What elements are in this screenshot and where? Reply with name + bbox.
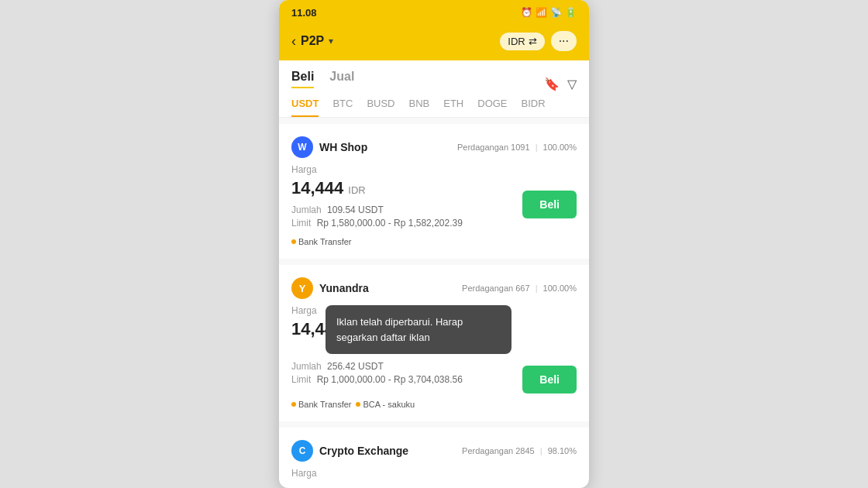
wifi-icon: 📶 <box>536 7 547 18</box>
listing-wh-shop: W WH Shop Perdagangan 1091 | 100.00% Har… <box>279 124 589 259</box>
trade-label-yn: Perdagangan 667 <box>462 284 529 293</box>
jumlah-yn: Jumlah 256.42 USDT <box>291 361 522 372</box>
more-button[interactable]: ··· <box>551 31 577 51</box>
trade-label-ce: Perdagangan 2845 <box>462 446 535 455</box>
jumlah-label-wh: Jumlah <box>291 204 322 215</box>
trade-percent-ce: 98.10% <box>548 446 577 455</box>
filter-icon[interactable]: ▽ <box>567 77 577 91</box>
seller-info-ce: C Crypto Exchange <box>291 440 408 462</box>
avatar-yn: Y <box>291 277 313 299</box>
alarm-icon: ⏰ <box>521 7 532 18</box>
beli-button-wh[interactable]: Beli <box>522 191 577 218</box>
listing-header-ce: C Crypto Exchange Perdagangan 2845 | 98.… <box>291 440 577 462</box>
harga-label-wh: Harga <box>291 164 577 175</box>
divider-ce: | <box>540 446 542 455</box>
status-time: 11.08 <box>291 7 317 19</box>
listings-content: W WH Shop Perdagangan 1091 | 100.00% Har… <box>279 118 589 479</box>
currency-label: IDR <box>508 36 525 47</box>
status-icons: ⏰ 📶 📡 🔋 <box>521 7 577 18</box>
limit-wh: Limit Rp 1,580,000.00 - Rp 1,582,202.39 <box>291 218 522 229</box>
p2p-label: P2P <box>301 34 324 48</box>
tag-dot-bca <box>356 402 360 407</box>
status-bar: 11.08 ⏰ 📶 📡 🔋 <box>279 0 589 25</box>
price-row-yn: 14,44 <box>291 319 522 339</box>
buy-sell-row: Beli Jual 🔖 ▽ <box>291 70 577 98</box>
payment-label-bca-yn: BCA - sakuku <box>363 400 415 409</box>
price-value-yn: 14,44 <box>291 319 334 339</box>
listing-header-wh: W WH Shop Perdagangan 1091 | 100.00% <box>291 136 577 158</box>
payment-bca-yn: BCA - sakuku <box>356 400 415 409</box>
divider: | <box>536 143 538 152</box>
harga-label-ce: Harga <box>291 468 577 479</box>
beli-button-yn[interactable]: Beli <box>522 366 577 393</box>
seller-stats-wh: Perdagangan 1091 | 100.00% <box>457 143 577 152</box>
jumlah-value-yn: 256.42 USDT <box>327 361 384 372</box>
payment-bank-transfer-wh: Bank Transfer <box>291 237 351 246</box>
avatar-ce: C <box>291 440 313 462</box>
listing-header-yn: Y Yunandra Perdagangan 667 | 100.00% <box>291 277 577 299</box>
header-left: ‹ P2P ▾ <box>291 33 333 50</box>
details-left-yn: 14,44 Iklan telah diperbarui. Harap sega… <box>291 319 522 387</box>
header-right: IDR ⇄ ··· <box>500 31 577 51</box>
divider-yn: | <box>536 284 538 293</box>
tab-usdt[interactable]: USDT <box>291 98 319 117</box>
limit-value-wh: Rp 1,580,000.00 - Rp 1,582,202.39 <box>317 218 463 229</box>
back-button[interactable]: ‹ <box>291 33 296 50</box>
payment-bank-transfer-yn: Bank Transfer <box>291 400 351 409</box>
limit-yn: Limit Rp 1,000,000.00 - Rp 3,704,038.56 <box>291 374 522 385</box>
swap-icon: ⇄ <box>529 36 537 47</box>
trade-percent-yn: 100.00% <box>543 284 577 293</box>
payment-label-wh: Bank Transfer <box>298 237 351 246</box>
tag-dot <box>291 239 296 244</box>
currency-selector[interactable]: IDR ⇄ <box>500 33 544 50</box>
chevron-down-icon[interactable]: ▾ <box>329 36 333 46</box>
tab-bidr[interactable]: BIDR <box>522 98 546 117</box>
jumlah-label-yn: Jumlah <box>291 361 322 372</box>
battery-icon: 🔋 <box>565 7 577 18</box>
jumlah-value-wh: 109.54 USDT <box>327 204 384 215</box>
listing-yunandra: Y Yunandra Perdagangan 667 | 100.00% Har… <box>279 265 589 421</box>
filter-icons: 🔖 ▽ <box>544 77 577 91</box>
seller-info-yn: Y Yunandra <box>291 277 369 299</box>
price-currency-wh: IDR <box>348 184 365 196</box>
limit-label-yn: Limit <box>291 374 311 385</box>
limit-value-yn: Rp 1,000,000.00 - Rp 3,704,038.56 <box>317 374 463 385</box>
tab-btc[interactable]: BTC <box>332 98 353 117</box>
limit-label-wh: Limit <box>291 218 311 229</box>
tab-bnb[interactable]: BNB <box>409 98 430 117</box>
tab-eth[interactable]: ETH <box>443 98 463 117</box>
details-left-wh: 14,444 IDR Jumlah 109.54 USDT Limit Rp 1… <box>291 178 522 231</box>
tab-section: Beli Jual 🔖 ▽ USDT BTC BUSD BNB ETH DOGE… <box>279 60 589 118</box>
detail-row-yn: 14,44 Iklan telah diperbarui. Harap sega… <box>291 319 577 393</box>
tag-dot-bt <box>291 402 296 407</box>
seller-name-wh: WH Shop <box>319 141 367 153</box>
jumlah-wh: Jumlah 109.54 USDT <box>291 204 522 215</box>
payment-label-bt-yn: Bank Transfer <box>298 400 351 409</box>
seller-info-wh: W WH Shop <box>291 136 367 158</box>
bookmark-icon[interactable]: 🔖 <box>544 77 560 91</box>
price-row-wh: 14,444 IDR <box>291 178 522 198</box>
payment-tags-wh: Bank Transfer <box>291 237 577 246</box>
tab-jual[interactable]: Jual <box>329 70 354 88</box>
signal-icon: 📡 <box>550 7 562 18</box>
seller-name-ce: Crypto Exchange <box>319 445 408 457</box>
avatar-wh: W <box>291 136 313 158</box>
price-value-wh: 14,444 <box>291 178 343 198</box>
tab-doge[interactable]: DOGE <box>477 98 507 117</box>
listing-crypto-exchange: C Crypto Exchange Perdagangan 2845 | 98.… <box>279 428 589 479</box>
buy-sell-tabs: Beli Jual <box>291 70 354 88</box>
seller-stats-ce: Perdagangan 2845 | 98.10% <box>462 446 577 455</box>
tab-beli[interactable]: Beli <box>291 70 314 88</box>
trade-percent-wh: 100.00% <box>543 143 577 152</box>
crypto-tabs: USDT BTC BUSD BNB ETH DOGE BIDR <box>291 98 577 117</box>
payment-tags-yn: Bank Transfer BCA - sakuku <box>291 400 577 409</box>
harga-label-yn: Harga <box>291 305 577 316</box>
trade-label-wh: Perdagangan 1091 <box>457 143 530 152</box>
seller-name-yn: Yunandra <box>319 282 369 294</box>
detail-row-wh: 14,444 IDR Jumlah 109.54 USDT Limit Rp 1… <box>291 178 577 231</box>
tab-busd[interactable]: BUSD <box>367 98 394 117</box>
header: ‹ P2P ▾ IDR ⇄ ··· <box>279 25 589 60</box>
seller-stats-yn: Perdagangan 667 | 100.00% <box>462 284 577 293</box>
